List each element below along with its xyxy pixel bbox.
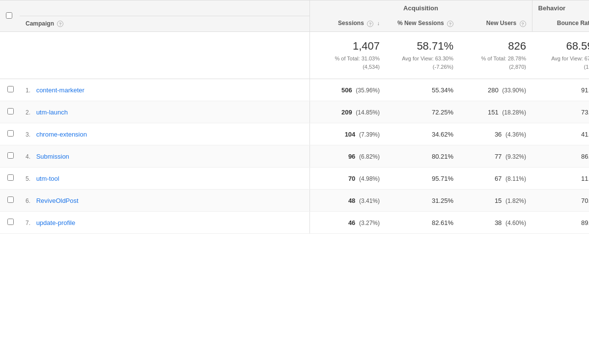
summary-bounce-rate-sublabel: Avg for View: xyxy=(551,56,583,61)
bounce-rate-cell: 70.83% xyxy=(532,190,589,212)
new-users-cell: 67 (8.11%) xyxy=(459,168,532,190)
row-checkbox-cell[interactable] xyxy=(0,123,20,145)
sessions-cell: 46 (3.27%) xyxy=(309,212,386,234)
table-row: 1. content-marketer 506 (35.96%) 55.34% … xyxy=(0,79,589,101)
sessions-sort-icon[interactable]: ↓ xyxy=(377,20,380,27)
sessions-value: 104 xyxy=(345,131,356,138)
new-users-percent: (4.36%) xyxy=(505,131,526,138)
bounce-rate-value: 89.13% xyxy=(581,219,589,226)
sessions-cell: 70 (4.98%) xyxy=(309,168,386,190)
row-checkbox[interactable] xyxy=(7,86,14,92)
new-sessions-cell: 31.25% xyxy=(386,190,459,212)
campaign-link[interactable]: utm-tool xyxy=(36,175,59,182)
select-all-cell[interactable] xyxy=(0,0,20,32)
sessions-percent: (7.39%) xyxy=(359,131,380,138)
row-checkbox[interactable] xyxy=(7,130,14,137)
summary-sessions-cell: 1,407 % of Total: 31.03% (4,534) xyxy=(309,32,386,79)
row-checkbox-cell[interactable] xyxy=(0,79,20,101)
campaign-cell: 3. chrome-extension xyxy=(20,123,309,145)
summary-new-sessions-subpct: 63.30% xyxy=(435,56,453,61)
row-checkbox-cell[interactable] xyxy=(0,101,20,123)
row-checkbox-cell[interactable] xyxy=(0,145,20,168)
summary-row: 1,407 % of Total: 31.03% (4,534) 58.71% … xyxy=(0,32,589,79)
new-users-header-label: New Users xyxy=(486,20,516,27)
summary-bounce-rate-subtotal: (1.00%) xyxy=(584,64,589,70)
row-number: 1. xyxy=(26,87,30,94)
new-users-value: 151 xyxy=(488,109,499,116)
new-users-value: 38 xyxy=(495,219,502,226)
new-users-value: 280 xyxy=(488,86,499,94)
analytics-table: Acquisition Behavior Campaign ? Sessions… xyxy=(0,0,589,234)
new-users-cell: 38 (4.60%) xyxy=(459,212,532,234)
campaign-group-header xyxy=(20,0,309,16)
row-checkbox[interactable] xyxy=(7,174,14,181)
campaign-help-icon[interactable]: ? xyxy=(57,21,63,27)
row-number: 7. xyxy=(26,220,30,226)
campaign-link[interactable]: ReviveOldPost xyxy=(36,197,79,204)
campaign-col-header: Campaign ? xyxy=(20,16,309,32)
new-users-cell: 280 (33.90%) xyxy=(459,79,532,101)
new-sessions-help-icon[interactable]: ? xyxy=(447,21,453,27)
select-all-checkbox[interactable] xyxy=(6,12,12,19)
summary-new-users-sublabel: % of Total: xyxy=(481,56,506,61)
row-checkbox[interactable] xyxy=(7,108,14,114)
campaign-link[interactable]: chrome-extension xyxy=(36,131,87,138)
row-number: 6. xyxy=(26,197,30,204)
summary-bounce-rate-value: 68.59% xyxy=(538,40,589,53)
new-sessions-value: 95.71% xyxy=(432,175,453,182)
new-users-value: 15 xyxy=(495,197,502,204)
bounce-rate-cell: 41.35% xyxy=(532,123,589,145)
bounce-rate-value: 86.46% xyxy=(581,153,589,160)
new-users-percent: (18.28%) xyxy=(502,109,526,116)
summary-checkbox-cell xyxy=(0,32,20,79)
new-users-value: 77 xyxy=(495,153,502,160)
campaign-cell: 2. utm-launch xyxy=(20,101,309,123)
summary-campaign-cell xyxy=(20,32,309,79)
new-sessions-value: 82.61% xyxy=(432,219,453,226)
new-sessions-cell: 55.34% xyxy=(386,79,459,101)
sessions-value: 506 xyxy=(341,86,352,94)
table-row: 4. Submission 96 (6.82%) 80.21% 77 (9.32… xyxy=(0,145,589,168)
bounce-rate-value: 41.35% xyxy=(581,131,589,138)
sessions-cell: 104 (7.39%) xyxy=(309,123,386,145)
new-users-value: 67 xyxy=(495,175,502,182)
table-row: 3. chrome-extension 104 (7.39%) 34.62% 3… xyxy=(0,123,589,145)
sessions-help-icon[interactable]: ? xyxy=(367,21,373,27)
campaign-cell: 1. content-marketer xyxy=(20,79,309,101)
row-checkbox[interactable] xyxy=(7,152,14,159)
summary-new-users-cell: 826 % of Total: 28.78% (2,870) xyxy=(459,32,532,79)
sessions-value: 46 xyxy=(348,219,355,226)
bounce-rate-value: 11.43% xyxy=(581,175,589,182)
row-checkbox[interactable] xyxy=(7,219,14,225)
new-users-help-icon[interactable]: ? xyxy=(520,21,526,27)
bounce-rate-value: 91.50% xyxy=(581,86,589,94)
row-checkbox[interactable] xyxy=(7,196,14,203)
sessions-col-header[interactable]: Sessions ? ↓ xyxy=(309,16,386,32)
sessions-value: 209 xyxy=(341,109,352,116)
row-number: 5. xyxy=(26,175,30,182)
campaign-link[interactable]: utm-launch xyxy=(36,109,68,116)
new-sessions-cell: 82.61% xyxy=(386,212,459,234)
campaign-cell: 5. utm-tool xyxy=(20,168,309,190)
sessions-percent: (6.82%) xyxy=(359,153,380,160)
row-checkbox-cell[interactable] xyxy=(0,212,20,234)
row-number: 2. xyxy=(26,109,30,116)
summary-sessions-value: 1,407 xyxy=(316,40,380,53)
row-checkbox-cell[interactable] xyxy=(0,168,20,190)
campaign-link[interactable]: update-profile xyxy=(36,219,76,226)
table-row: 6. ReviveOldPost 48 (3.41%) 31.25% 15 (1… xyxy=(0,190,589,212)
bounce-rate-col-header: Bounce Rate ? xyxy=(532,16,589,32)
column-header-row: Campaign ? Sessions ? ↓ % New Sessions ?… xyxy=(0,16,589,32)
campaign-link[interactable]: content-marketer xyxy=(36,86,84,94)
row-checkbox-cell[interactable] xyxy=(0,190,20,212)
new-users-percent: (1.82%) xyxy=(505,197,526,204)
new-sessions-cell: 95.71% xyxy=(386,168,459,190)
sessions-percent: (3.41%) xyxy=(359,197,380,204)
sessions-percent: (14.85%) xyxy=(356,109,380,116)
campaign-link[interactable]: Submission xyxy=(36,153,69,160)
summary-new-sessions-subtotal: (-7.26%) xyxy=(433,64,453,70)
table-row: 5. utm-tool 70 (4.98%) 95.71% 67 (8.11%)… xyxy=(0,168,589,190)
sessions-value: 70 xyxy=(348,175,355,182)
bounce-rate-header-label: Bounce Rate xyxy=(557,20,589,27)
sessions-percent: (35.96%) xyxy=(356,87,380,94)
